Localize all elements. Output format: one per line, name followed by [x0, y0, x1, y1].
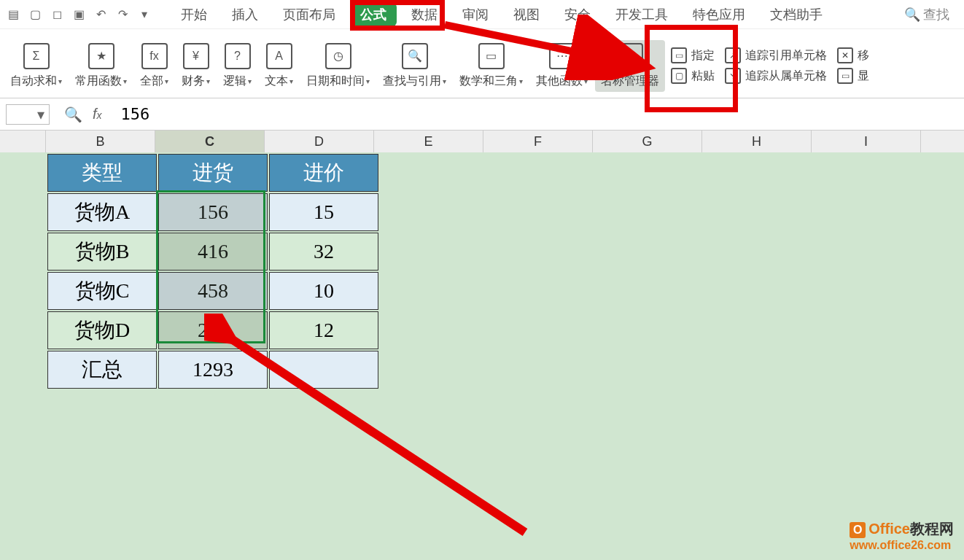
finance-fn-button[interactable]: ¥ 财务▾ — [176, 40, 216, 92]
show-formula-button[interactable]: ▭显 — [837, 68, 869, 84]
fx-icon: fx — [141, 43, 168, 69]
cell-type[interactable]: 货物B — [47, 233, 157, 271]
cell-type[interactable]: 汇总 — [47, 351, 157, 389]
define-name-button[interactable]: ▭指定 — [671, 47, 715, 63]
table-row: 汇总1293 — [47, 351, 378, 389]
text-a-icon: A — [266, 43, 292, 69]
name-box[interactable]: ▾ — [6, 104, 50, 125]
col-header-G[interactable]: G — [593, 131, 702, 152]
trace-precedents-button[interactable]: ↗追踪引用单元格 — [725, 47, 827, 63]
trace-dep-label: 追踪从属单元格 — [745, 69, 827, 84]
watermark-brand: Office — [868, 521, 910, 537]
chevron-down-icon: ▾ — [248, 77, 252, 85]
file-stack-icon: ▤ — [617, 43, 643, 69]
remove-arrows-button[interactable]: ✕移 — [837, 47, 869, 63]
header-in-qty[interactable]: 进货 — [158, 154, 268, 192]
tab-start[interactable]: 开始 — [171, 3, 217, 26]
cell-type[interactable]: 货物D — [47, 311, 157, 349]
redo-icon[interactable]: ↷ — [115, 7, 130, 22]
table-row: 货物A15615 — [47, 193, 378, 231]
remove-label: 移 — [858, 48, 869, 63]
common-fn-label: 常用函数 — [75, 74, 122, 89]
file-icon[interactable]: ▤ — [6, 7, 20, 22]
other-fn-button[interactable]: ⋯ 其他函数▾ — [530, 40, 594, 92]
trace-prec-label: 追踪引用单元格 — [745, 48, 827, 63]
chevron-down-icon: ▾ — [584, 77, 588, 85]
dropdown-icon[interactable]: ▾ — [137, 7, 152, 22]
tab-data[interactable]: 数据 — [401, 3, 448, 26]
cell-qty[interactable]: 156 — [158, 193, 268, 231]
paste-name-button[interactable]: ▢粘贴 — [671, 68, 715, 84]
formula-bar: ▾ 🔍 fx 156 — [0, 98, 964, 131]
all-fn-button[interactable]: fx 全部▾ — [134, 40, 174, 92]
lookup-fn-label: 查找与引用 — [383, 74, 441, 89]
header-in-price[interactable]: 进价 — [269, 154, 378, 192]
math-fn-button[interactable]: ▭ 数学和三角▾ — [454, 40, 529, 92]
trace-prec-icon: ↗ — [725, 47, 741, 63]
col-header-D[interactable]: D — [265, 131, 374, 152]
col-header-E[interactable]: E — [374, 131, 483, 152]
tab-special[interactable]: 特色应用 — [683, 3, 755, 26]
cell-qty[interactable]: 416 — [158, 233, 268, 271]
chevron-down-icon: ▾ — [289, 77, 293, 85]
trace-dependents-button[interactable]: ↘追踪从属单元格 — [725, 68, 827, 84]
common-fn-button[interactable]: ★ 常用函数▾ — [69, 40, 133, 92]
cell-type[interactable]: 货物A — [47, 193, 157, 231]
chevron-down-icon: ▾ — [519, 77, 523, 85]
chevron-down-icon: ▾ — [123, 77, 127, 85]
yen-icon: ¥ — [183, 43, 209, 69]
tab-layout[interactable]: 页面布局 — [273, 3, 346, 26]
table-row: 货物C45810 — [47, 272, 378, 310]
datetime-fn-button[interactable]: ◷ 日期和时间▾ — [300, 40, 376, 92]
tab-insert[interactable]: 插入 — [222, 3, 268, 26]
table-row: 货物B41632 — [47, 233, 378, 271]
open-icon[interactable]: ◻ — [50, 7, 64, 22]
cell-qty[interactable]: 1293 — [158, 351, 268, 389]
autosum-button[interactable]: Σ 自动求和▾ — [4, 40, 68, 92]
tab-security[interactable]: 安全 — [554, 3, 601, 26]
cell-price[interactable] — [269, 351, 378, 389]
col-header-I[interactable]: I — [812, 131, 921, 152]
watermark-url: www.office26.com — [850, 538, 954, 552]
search-box[interactable]: 🔍 查找 — [904, 6, 949, 23]
cell-price[interactable]: 12 — [269, 311, 378, 349]
tab-formula[interactable]: 公式 — [350, 3, 397, 26]
select-all-corner[interactable] — [0, 131, 46, 152]
cell-price[interactable]: 15 — [269, 193, 378, 231]
text-fn-button[interactable]: A 文本▾ — [259, 40, 299, 92]
cell-qty[interactable]: 458 — [158, 272, 268, 310]
tab-dev[interactable]: 开发工具 — [605, 3, 678, 26]
save-icon[interactable]: ▣ — [71, 7, 86, 22]
quick-access-toolbar: ▤ ▢ ◻ ▣ ↶ ↷ ▾ — [6, 7, 152, 22]
ribbon-formula: Σ 自动求和▾ ★ 常用函数▾ fx 全部▾ ¥ 财务▾ ? 逻辑▾ A 文本▾… — [0, 29, 964, 98]
formula-input[interactable]: 156 — [117, 104, 958, 125]
col-header-C[interactable]: C — [155, 131, 265, 152]
table-header-row: 类型 进货 进价 — [47, 154, 378, 192]
tab-helper[interactable]: 文档助手 — [760, 3, 833, 26]
search-square-icon: 🔍 — [402, 43, 428, 69]
book-icon: ▭ — [478, 43, 505, 69]
remove-icon: ✕ — [837, 47, 853, 63]
cell-price[interactable]: 10 — [269, 272, 378, 310]
math-fn-label: 数学和三角 — [459, 74, 518, 89]
name-manager-button[interactable]: ▤ 名称管理器 — [595, 40, 665, 92]
lookup-fn-button[interactable]: 🔍 查找与引用▾ — [377, 40, 452, 92]
name-manager-label: 名称管理器 — [601, 74, 659, 89]
undo-icon[interactable]: ↶ — [93, 7, 108, 22]
col-header-B[interactable]: B — [46, 131, 155, 152]
logic-fn-button[interactable]: ? 逻辑▾ — [217, 40, 257, 92]
new-icon[interactable]: ▢ — [28, 7, 42, 22]
search-icon: 🔍 — [904, 7, 920, 23]
cell-type[interactable]: 货物C — [47, 272, 157, 310]
cell-qty[interactable]: 263 — [158, 311, 268, 349]
col-header-H[interactable]: H — [702, 131, 812, 152]
logic-fn-label: 逻辑 — [223, 74, 246, 89]
col-header-F[interactable]: F — [483, 131, 593, 152]
tab-review[interactable]: 审阅 — [452, 3, 499, 26]
fx-label-icon[interactable]: fx — [93, 106, 102, 122]
zoom-fx-icon[interactable]: 🔍 — [64, 106, 82, 123]
chevron-down-icon: ▾ — [206, 77, 210, 85]
tab-view[interactable]: 视图 — [503, 3, 550, 26]
header-type[interactable]: 类型 — [47, 154, 157, 192]
cell-price[interactable]: 32 — [269, 233, 378, 271]
